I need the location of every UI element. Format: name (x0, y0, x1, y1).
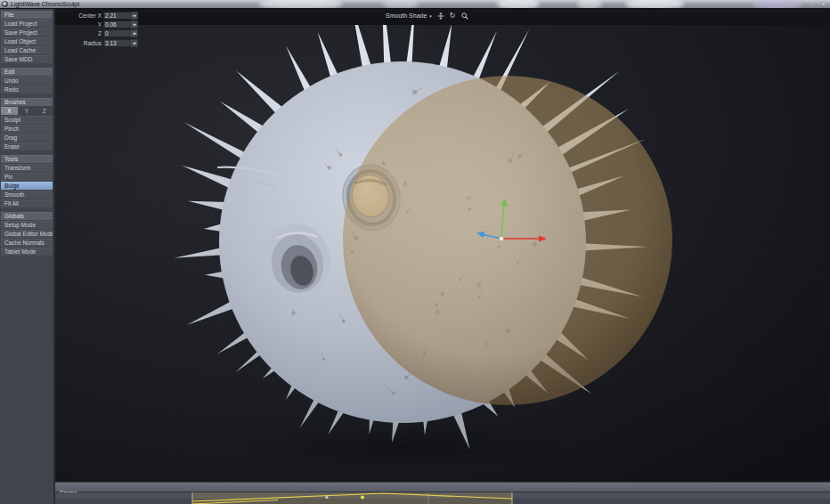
sidebar-item-save-mdd[interactable]: Save MDD (1, 55, 53, 63)
brush-parameters-panel: Center X 2.21 ◂▸ Y 0.06 ◂▸ Z 0 ◂▸ Radius… (75, 12, 138, 48)
sidebar-item-undo[interactable]: Undo (1, 77, 53, 85)
title-bar[interactable]: LightWave ChronoSculpt – □ ✕ (0, 0, 830, 9)
sidebar-item-load-cache[interactable]: Load Cache (1, 46, 53, 54)
axis-toggle-group: X Y Z (1, 107, 53, 115)
axis-button-y[interactable]: Y (19, 107, 36, 115)
center-y-field[interactable]: 0.06 ◂▸ (103, 20, 138, 28)
sidebar-item-redo[interactable]: Redo (1, 85, 53, 93)
sidebar-item-sculpt[interactable]: Sculpt (1, 116, 53, 124)
app-icon (2, 1, 8, 7)
glass-reflection (383, 0, 419, 9)
stepper-icon[interactable]: ◂▸ (130, 12, 138, 20)
viewport-view-controls: Smooth Shade ▾ ↻ (386, 11, 468, 20)
sidebar-item-cache-normals[interactable]: Cache Normals (1, 239, 53, 247)
keyframe-dot-selected[interactable] (361, 496, 364, 500)
sidebar-item-smooth[interactable]: Smooth (1, 191, 53, 199)
frame-panel-header[interactable]: Frame (55, 482, 830, 492)
gizmo-center-handle[interactable] (499, 236, 503, 240)
sidebar-item-bulge[interactable]: Bulge (1, 182, 53, 190)
model-shadow (229, 424, 576, 470)
chronosculpt-window: LightWave ChronoSculpt – □ ✕ File Load P… (0, 0, 830, 504)
center-x-field[interactable]: 2.21 ◂▸ (103, 12, 138, 20)
center-z-label: Z (75, 30, 102, 37)
viewport-3d[interactable] (55, 9, 830, 482)
window-title: LightWave ChronoSculpt (11, 0, 79, 9)
sidebar-item-tablet-mode[interactable]: Tablet Mode (1, 248, 53, 256)
glass-reflection (577, 0, 602, 9)
radius-label: Radius (75, 40, 102, 46)
axis-button-x[interactable]: X (1, 107, 18, 115)
sidebar-item-pinch[interactable]: Pinch (1, 125, 53, 133)
brushes-section-header: Brushes (1, 98, 53, 106)
glass-reflection (258, 0, 343, 9)
chevron-down-icon: ▾ (429, 13, 432, 19)
maximize-button[interactable]: □ (810, 0, 813, 9)
sidebar: File Load Project Save Project Load Obje… (0, 9, 55, 504)
sidebar-item-load-object[interactable]: Load Object (1, 37, 53, 45)
rotate-icon[interactable]: ↻ (450, 12, 456, 20)
keyframe-dot[interactable] (325, 496, 328, 499)
stepper-icon[interactable]: ◂▸ (130, 20, 138, 28)
sidebar-item-global-editor-mode[interactable]: Global Editor Mode (1, 230, 53, 238)
stepper-icon[interactable]: ◂▸ (130, 29, 138, 37)
globals-section-header: Globals (1, 212, 53, 220)
pan-icon[interactable] (437, 12, 444, 20)
close-button[interactable]: ✕ (821, 0, 826, 9)
shade-mode-dropdown[interactable]: Smooth Shade ▾ (386, 12, 432, 19)
edit-section-header: Edit (1, 68, 53, 76)
center-z-field[interactable]: 0 ◂▸ (103, 29, 138, 37)
tools-section-header: Tools (1, 155, 53, 163)
sidebar-item-save-project[interactable]: Save Project (1, 28, 53, 37)
axis-button-z[interactable]: Z (36, 107, 53, 115)
center-y-label: Y (75, 21, 102, 28)
timeline-strip[interactable] (55, 492, 830, 504)
sidebar-item-pin[interactable]: Pin (1, 173, 53, 181)
sidebar-item-load-project[interactable]: Load Project (1, 20, 53, 28)
zoom-icon[interactable] (461, 12, 468, 20)
glass-reflection (497, 0, 540, 9)
glass-reflection (753, 0, 802, 9)
glass-reflection (625, 0, 684, 9)
minimize-button[interactable]: – (799, 0, 802, 9)
sidebar-item-erase[interactable]: Erase (1, 142, 53, 150)
brush-radius-sphere (343, 76, 672, 405)
timeline-curve-widget[interactable] (55, 492, 830, 504)
sidebar-item-drag[interactable]: Drag (1, 134, 53, 142)
stepper-icon[interactable]: ◂▸ (130, 39, 138, 47)
radius-field[interactable]: 3.13 ◂▸ (103, 39, 138, 47)
sidebar-item-transform[interactable]: Transform (1, 164, 53, 172)
center-x-label: Center X (75, 12, 102, 19)
sidebar-item-setup-mode[interactable]: Setup Mode (1, 221, 53, 229)
file-section-header: File (1, 11, 53, 19)
sidebar-item-fit-all[interactable]: Fit All (1, 199, 53, 207)
